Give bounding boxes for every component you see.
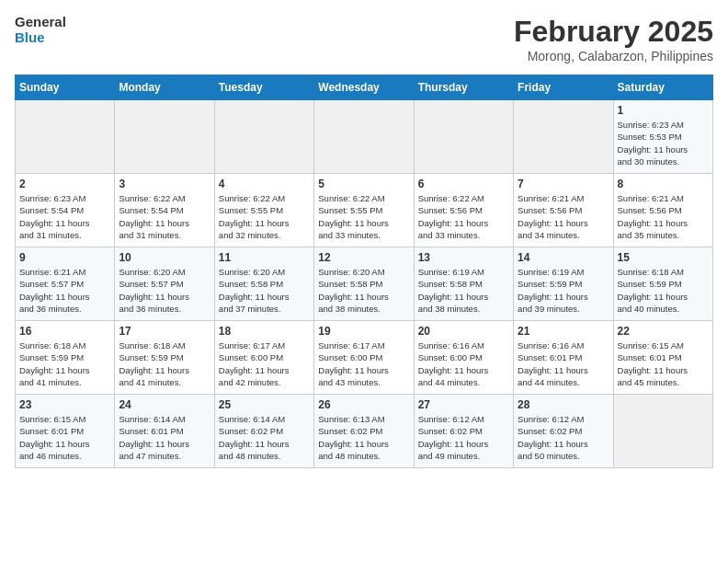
calendar-table: SundayMondayTuesdayWednesdayThursdayFrid… xyxy=(15,75,713,468)
logo: GeneralBlue xyxy=(15,15,66,45)
day-info: Sunrise: 6:15 AM Sunset: 6:01 PM Dayligh… xyxy=(618,339,709,388)
day-number: 14 xyxy=(518,251,609,264)
calendar-week-row: 16Sunrise: 6:18 AM Sunset: 5:59 PM Dayli… xyxy=(16,321,713,395)
weekday-header-monday: Monday xyxy=(115,75,214,100)
calendar-cell: 6Sunrise: 6:22 AM Sunset: 5:56 PM Daylig… xyxy=(414,174,513,247)
day-number: 13 xyxy=(418,251,509,264)
day-info: Sunrise: 6:21 AM Sunset: 5:56 PM Dayligh… xyxy=(518,192,609,241)
day-info: Sunrise: 6:22 AM Sunset: 5:56 PM Dayligh… xyxy=(418,192,509,241)
calendar-cell xyxy=(314,100,414,174)
calendar-week-row: 9Sunrise: 6:21 AM Sunset: 5:57 PM Daylig… xyxy=(16,247,713,321)
day-number: 19 xyxy=(318,325,409,338)
day-number: 25 xyxy=(219,398,310,411)
day-number: 27 xyxy=(418,398,509,411)
day-info: Sunrise: 6:13 AM Sunset: 6:02 PM Dayligh… xyxy=(318,413,409,462)
day-number: 4 xyxy=(219,178,310,190)
calendar-cell xyxy=(613,395,712,468)
day-number: 10 xyxy=(119,251,210,264)
day-number: 1 xyxy=(618,104,709,117)
calendar-cell: 14Sunrise: 6:19 AM Sunset: 5:59 PM Dayli… xyxy=(514,247,613,321)
calendar-cell: 3Sunrise: 6:22 AM Sunset: 5:54 PM Daylig… xyxy=(115,174,214,247)
calendar-cell: 9Sunrise: 6:21 AM Sunset: 5:57 PM Daylig… xyxy=(16,247,115,321)
day-info: Sunrise: 6:19 AM Sunset: 5:58 PM Dayligh… xyxy=(418,266,509,315)
day-number: 17 xyxy=(119,325,210,338)
day-info: Sunrise: 6:18 AM Sunset: 5:59 PM Dayligh… xyxy=(618,266,709,315)
day-info: Sunrise: 6:17 AM Sunset: 6:00 PM Dayligh… xyxy=(219,339,310,388)
day-number: 23 xyxy=(19,398,110,411)
day-info: Sunrise: 6:22 AM Sunset: 5:55 PM Dayligh… xyxy=(219,192,310,241)
day-number: 12 xyxy=(318,251,409,264)
day-info: Sunrise: 6:16 AM Sunset: 6:01 PM Dayligh… xyxy=(518,339,609,388)
calendar-cell: 13Sunrise: 6:19 AM Sunset: 5:58 PM Dayli… xyxy=(414,247,513,321)
day-number: 3 xyxy=(119,178,210,190)
title-block: February 2025 Morong, Calabarzon, Philip… xyxy=(514,15,713,63)
calendar-cell: 23Sunrise: 6:15 AM Sunset: 6:01 PM Dayli… xyxy=(16,395,115,468)
day-info: Sunrise: 6:20 AM Sunset: 5:57 PM Dayligh… xyxy=(119,266,210,315)
day-info: Sunrise: 6:20 AM Sunset: 5:58 PM Dayligh… xyxy=(318,266,409,315)
day-info: Sunrise: 6:22 AM Sunset: 5:55 PM Dayligh… xyxy=(318,192,409,241)
calendar-cell: 25Sunrise: 6:14 AM Sunset: 6:02 PM Dayli… xyxy=(214,395,313,468)
day-info: Sunrise: 6:17 AM Sunset: 6:00 PM Dayligh… xyxy=(318,339,409,388)
calendar-cell: 7Sunrise: 6:21 AM Sunset: 5:56 PM Daylig… xyxy=(514,174,613,247)
day-number: 18 xyxy=(219,325,310,338)
day-number: 26 xyxy=(318,398,409,411)
calendar-cell: 1Sunrise: 6:23 AM Sunset: 5:53 PM Daylig… xyxy=(613,100,712,174)
weekday-header-saturday: Saturday xyxy=(613,75,712,100)
weekday-header-wednesday: Wednesday xyxy=(314,75,414,100)
logo-general-text: General xyxy=(15,15,66,30)
day-number: 11 xyxy=(219,251,310,264)
calendar-week-row: 1Sunrise: 6:23 AM Sunset: 5:53 PM Daylig… xyxy=(16,100,713,174)
day-number: 21 xyxy=(518,325,609,338)
day-info: Sunrise: 6:21 AM Sunset: 5:57 PM Dayligh… xyxy=(19,266,110,315)
day-info: Sunrise: 6:23 AM Sunset: 5:53 PM Dayligh… xyxy=(618,119,709,167)
weekday-header-row: SundayMondayTuesdayWednesdayThursdayFrid… xyxy=(16,75,713,100)
calendar-cell xyxy=(115,100,214,174)
day-info: Sunrise: 6:22 AM Sunset: 5:54 PM Dayligh… xyxy=(119,192,210,241)
calendar-cell: 28Sunrise: 6:12 AM Sunset: 6:02 PM Dayli… xyxy=(514,395,613,468)
day-info: Sunrise: 6:21 AM Sunset: 5:56 PM Dayligh… xyxy=(618,192,709,241)
day-number: 22 xyxy=(618,325,709,338)
calendar-cell: 11Sunrise: 6:20 AM Sunset: 5:58 PM Dayli… xyxy=(214,247,313,321)
calendar-cell: 17Sunrise: 6:18 AM Sunset: 5:59 PM Dayli… xyxy=(115,321,214,395)
weekday-header-tuesday: Tuesday xyxy=(214,75,313,100)
calendar-cell: 8Sunrise: 6:21 AM Sunset: 5:56 PM Daylig… xyxy=(613,174,712,247)
day-number: 24 xyxy=(119,398,210,411)
month-year-title: February 2025 xyxy=(514,15,713,49)
day-number: 15 xyxy=(618,251,709,264)
calendar-cell: 26Sunrise: 6:13 AM Sunset: 6:02 PM Dayli… xyxy=(314,395,414,468)
day-number: 28 xyxy=(518,398,609,411)
calendar-cell: 24Sunrise: 6:14 AM Sunset: 6:01 PM Dayli… xyxy=(115,395,214,468)
page-header: GeneralBlue February 2025 Morong, Calaba… xyxy=(15,15,713,63)
calendar-cell: 20Sunrise: 6:16 AM Sunset: 6:00 PM Dayli… xyxy=(414,321,513,395)
calendar-cell: 19Sunrise: 6:17 AM Sunset: 6:00 PM Dayli… xyxy=(314,321,414,395)
day-info: Sunrise: 6:14 AM Sunset: 6:01 PM Dayligh… xyxy=(119,413,210,462)
calendar-week-row: 2Sunrise: 6:23 AM Sunset: 5:54 PM Daylig… xyxy=(16,174,713,247)
day-number: 2 xyxy=(19,178,110,190)
day-number: 8 xyxy=(618,178,709,190)
logo-blue-text: Blue xyxy=(15,30,66,46)
day-info: Sunrise: 6:12 AM Sunset: 6:02 PM Dayligh… xyxy=(518,413,609,462)
calendar-cell: 2Sunrise: 6:23 AM Sunset: 5:54 PM Daylig… xyxy=(16,174,115,247)
calendar-cell xyxy=(16,100,115,174)
calendar-cell: 21Sunrise: 6:16 AM Sunset: 6:01 PM Dayli… xyxy=(514,321,613,395)
day-number: 7 xyxy=(518,178,609,190)
calendar-cell: 27Sunrise: 6:12 AM Sunset: 6:02 PM Dayli… xyxy=(414,395,513,468)
day-number: 5 xyxy=(318,178,409,190)
calendar-week-row: 23Sunrise: 6:15 AM Sunset: 6:01 PM Dayli… xyxy=(16,395,713,468)
location-subtitle: Morong, Calabarzon, Philippines xyxy=(514,49,713,63)
day-info: Sunrise: 6:15 AM Sunset: 6:01 PM Dayligh… xyxy=(19,413,110,462)
day-number: 6 xyxy=(418,178,509,190)
calendar-cell: 4Sunrise: 6:22 AM Sunset: 5:55 PM Daylig… xyxy=(214,174,313,247)
calendar-cell: 10Sunrise: 6:20 AM Sunset: 5:57 PM Dayli… xyxy=(115,247,214,321)
calendar-cell: 18Sunrise: 6:17 AM Sunset: 6:00 PM Dayli… xyxy=(214,321,313,395)
day-info: Sunrise: 6:14 AM Sunset: 6:02 PM Dayligh… xyxy=(219,413,310,462)
calendar-cell: 22Sunrise: 6:15 AM Sunset: 6:01 PM Dayli… xyxy=(613,321,712,395)
calendar-cell xyxy=(414,100,513,174)
calendar-cell: 15Sunrise: 6:18 AM Sunset: 5:59 PM Dayli… xyxy=(613,247,712,321)
weekday-header-sunday: Sunday xyxy=(16,75,115,100)
day-info: Sunrise: 6:18 AM Sunset: 5:59 PM Dayligh… xyxy=(119,339,210,388)
day-info: Sunrise: 6:16 AM Sunset: 6:00 PM Dayligh… xyxy=(418,339,509,388)
day-info: Sunrise: 6:23 AM Sunset: 5:54 PM Dayligh… xyxy=(19,192,110,241)
day-number: 20 xyxy=(418,325,509,338)
calendar-cell xyxy=(514,100,613,174)
